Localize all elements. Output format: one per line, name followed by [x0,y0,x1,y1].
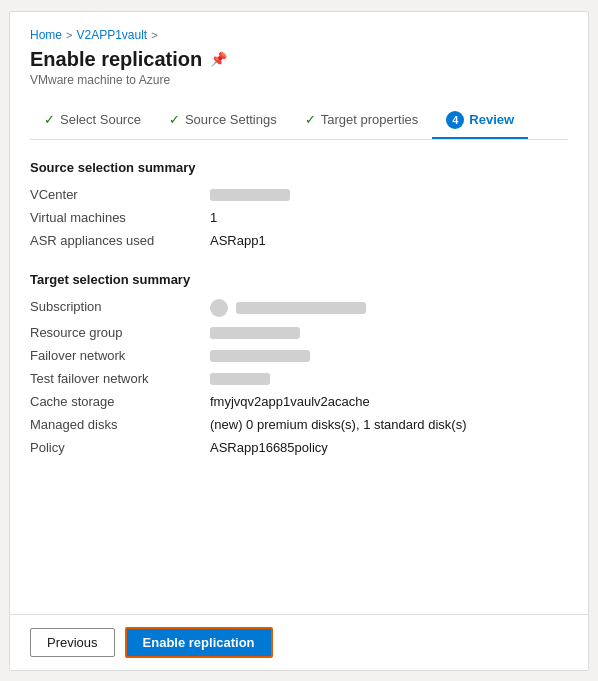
page-subtitle: VMware machine to Azure [30,73,568,87]
source-row-vms: Virtual machines 1 [30,206,568,229]
failover-network-blurred [210,350,310,362]
target-value-failover-network [210,344,568,367]
check-icon-source-settings: ✓ [169,112,180,127]
breadcrumb-home[interactable]: Home [30,28,62,42]
pin-icon[interactable]: 📌 [210,51,227,67]
target-row-rg: Resource group [30,321,568,344]
subscription-blurred [236,302,366,314]
page-title-row: Enable replication 📌 [30,48,568,71]
rg-blurred [210,327,300,339]
source-label-asr: ASR appliances used [30,229,210,252]
main-window: Home > V2APP1vault > Enable replication … [9,11,589,671]
target-label-cache-storage: Cache storage [30,390,210,413]
source-value-asr: ASRapp1 [210,229,568,252]
tab-source-settings[interactable]: ✓ Source Settings [155,104,291,137]
target-row-managed-disks: Managed disks (new) 0 premium disks(s), … [30,413,568,436]
target-label-test-failover: Test failover network [30,367,210,390]
target-label-rg: Resource group [30,321,210,344]
test-failover-blurred [210,373,270,385]
tab-target-properties[interactable]: ✓ Target properties [291,104,433,137]
target-summary-title: Target selection summary [30,272,568,287]
source-value-vms: 1 [210,206,568,229]
target-summary-table: Subscription Resource group Failover net… [30,295,568,459]
tab-select-source[interactable]: ✓ Select Source [30,104,155,137]
check-icon-select-source: ✓ [44,112,55,127]
target-value-test-failover [210,367,568,390]
source-summary-table: VCenter Virtual machines 1 ASR appliance… [30,183,568,252]
target-value-policy: ASRapp16685policy [210,436,568,459]
check-icon-target-properties: ✓ [305,112,316,127]
subscription-circle [210,299,228,317]
enable-replication-button[interactable]: Enable replication [125,627,273,658]
source-row-vcenter: VCenter [30,183,568,206]
target-label-managed-disks: Managed disks [30,413,210,436]
tab-bar: ✓ Select Source ✓ Source Settings ✓ Targ… [30,103,568,140]
target-value-rg [210,321,568,344]
target-row-subscription: Subscription [30,295,568,321]
tab-source-settings-label: Source Settings [185,112,277,127]
target-row-failover-network: Failover network [30,344,568,367]
target-value-subscription [210,295,568,321]
breadcrumb-sep2: > [151,29,157,41]
target-label-subscription: Subscription [30,295,210,321]
breadcrumb-vault[interactable]: V2APP1vault [76,28,147,42]
target-value-cache-storage: fmyjvqv2app1vaulv2acache [210,390,568,413]
page-title: Enable replication [30,48,202,71]
target-row-policy: Policy ASRapp16685policy [30,436,568,459]
source-row-asr: ASR appliances used ASRapp1 [30,229,568,252]
target-row-test-failover: Test failover network [30,367,568,390]
tab-review-label: Review [469,112,514,127]
tab-select-source-label: Select Source [60,112,141,127]
target-value-managed-disks: (new) 0 premium disks(s), 1 standard dis… [210,413,568,436]
previous-button[interactable]: Previous [30,628,115,657]
target-row-cache-storage: Cache storage fmyjvqv2app1vaulv2acache [30,390,568,413]
tab-review[interactable]: 4 Review [432,103,528,139]
source-label-vcenter: VCenter [30,183,210,206]
tab-target-properties-label: Target properties [321,112,419,127]
breadcrumb: Home > V2APP1vault > [30,28,568,42]
source-summary-title: Source selection summary [30,160,568,175]
source-label-vms: Virtual machines [30,206,210,229]
step-num-review: 4 [446,111,464,129]
target-label-policy: Policy [30,436,210,459]
page-content: Home > V2APP1vault > Enable replication … [10,12,588,614]
footer: Previous Enable replication [10,614,588,670]
breadcrumb-sep1: > [66,29,72,41]
vcenter-blurred [210,189,290,201]
source-value-vcenter [210,183,568,206]
target-label-failover-network: Failover network [30,344,210,367]
